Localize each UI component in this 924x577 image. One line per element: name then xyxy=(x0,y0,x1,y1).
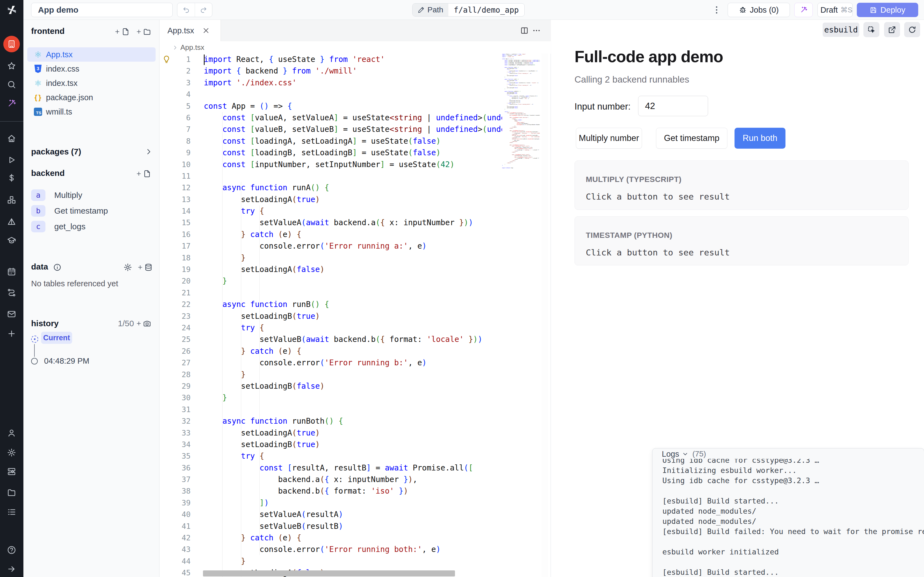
code-line[interactable]: console.error('Error running b:', e) xyxy=(204,357,502,369)
code-line[interactable]: } catch (e) { xyxy=(204,532,502,544)
code-line[interactable]: setValueB(resultB) xyxy=(204,521,502,532)
rail-item-user-icon[interactable] xyxy=(7,428,16,438)
add-snapshot-button[interactable] xyxy=(136,319,151,327)
deploy-button[interactable]: Deploy xyxy=(857,3,918,17)
close-icon[interactable] xyxy=(202,26,210,35)
tab-app-tsx[interactable]: App.tsx xyxy=(160,20,221,41)
file-item-index.css[interactable]: 3index.css xyxy=(27,62,156,76)
add-folder-button[interactable] xyxy=(136,27,151,36)
code-line[interactable]: import './index.css' xyxy=(204,77,502,89)
rail-item-mail-icon[interactable] xyxy=(7,309,16,319)
code-line[interactable]: try { xyxy=(204,450,502,462)
code-line[interactable]: const [inputNumber, setInputNumber] = us… xyxy=(204,159,502,171)
code-line[interactable]: setValueA(await backend.a({ x: inputNumb… xyxy=(204,217,502,229)
code-line[interactable] xyxy=(204,89,502,100)
code-line[interactable]: setValueA(resultA) xyxy=(204,509,502,520)
rail-item-wand-icon[interactable] xyxy=(7,99,16,108)
rail-item-list-icon[interactable] xyxy=(7,507,16,517)
minimap[interactable]: import React, { useState } from 'react'i… xyxy=(502,54,540,208)
code-line[interactable]: const [valueB, setValueB] = useState<str… xyxy=(204,124,502,135)
rail-item-server-gear-icon[interactable] xyxy=(7,467,16,476)
rail-item-boxes-icon[interactable] xyxy=(7,195,16,205)
file-item-index.tsx[interactable]: ⚛index.tsx xyxy=(27,76,156,90)
file-item-App.tsx[interactable]: ⚛App.tsx xyxy=(27,47,156,62)
code-line[interactable]: const [valueA, setValueA] = useState<str… xyxy=(204,112,502,124)
inspect-element-button[interactable] xyxy=(863,22,879,37)
backend-item-Multiply[interactable]: aMultiply xyxy=(27,187,156,203)
app-name-input[interactable] xyxy=(31,3,173,17)
rail-item-graduation-cap-icon[interactable] xyxy=(7,235,16,245)
rail-item-search-icon[interactable] xyxy=(7,80,16,89)
chevron-right-icon[interactable] xyxy=(172,45,178,51)
add-backend-script-button[interactable] xyxy=(136,169,151,178)
packages-row[interactable]: packages (7) xyxy=(23,146,160,159)
get-timestamp-button[interactable]: Get timestamp xyxy=(656,128,727,149)
rail-item-prism-icon[interactable] xyxy=(7,217,16,227)
code-line[interactable]: setLoadingB(true) xyxy=(204,311,502,322)
run-both-button[interactable]: Run both xyxy=(735,128,785,149)
rail-item-arrow-right-icon[interactable] xyxy=(7,564,16,574)
code-line[interactable]: setLoadingA(true) xyxy=(204,194,502,205)
code-line[interactable]: setLoadingA(true) xyxy=(204,427,502,439)
path-pill[interactable]: Path f/all/demo_app xyxy=(412,3,525,16)
code-line[interactable]: ]) xyxy=(204,497,502,509)
code-line[interactable] xyxy=(204,287,502,299)
history-current-pill[interactable]: Current xyxy=(41,332,72,344)
draft-button[interactable]: Draft ⌘S xyxy=(818,3,853,17)
jobs-button[interactable]: Jobs (0) xyxy=(727,3,790,17)
logs-body[interactable]: Using idb cache for csstype@3.2.3 …Initi… xyxy=(652,459,924,577)
file-item-package.json[interactable]: { }package.json xyxy=(27,90,156,105)
rail-item-route-icon[interactable] xyxy=(7,288,16,297)
chevron-down-icon[interactable] xyxy=(682,451,689,457)
code-lines[interactable]: import React, { useState } from 'react'i… xyxy=(204,54,502,577)
code-line[interactable]: setLoadingA(false) xyxy=(204,264,502,275)
redo-button[interactable] xyxy=(195,3,212,17)
code-line[interactable]: async function runBoth() { xyxy=(204,416,502,427)
rail-item-building-icon[interactable] xyxy=(3,36,20,52)
code-line[interactable]: } catch (e) { xyxy=(204,229,502,240)
code-line[interactable]: console.error('Error running a:', e) xyxy=(204,240,502,252)
code-line[interactable] xyxy=(204,171,502,182)
backend-item-Get timestamp[interactable]: bGet timestamp xyxy=(27,203,156,219)
code-line[interactable]: try { xyxy=(204,322,502,334)
code-line[interactable]: } catch (e) { xyxy=(204,345,502,357)
code-line[interactable]: const [loadingA, setLoadingA] = useState… xyxy=(204,135,502,147)
rail-item-folder-icon[interactable] xyxy=(7,488,16,497)
multiply-number-button[interactable]: Multiply number xyxy=(576,128,642,149)
rail-item-help-icon[interactable] xyxy=(7,545,16,555)
vertical-scrollbar[interactable] xyxy=(542,54,548,577)
code-line[interactable]: async function runA() { xyxy=(204,182,502,193)
code-line[interactable]: } xyxy=(204,252,502,264)
code-line[interactable]: } xyxy=(204,275,502,287)
history-snapshot-time[interactable]: 04:48:29 PM xyxy=(44,356,89,366)
code-line[interactable]: console.error('Error running both:', e) xyxy=(204,544,502,555)
rail-item-dollar-icon[interactable] xyxy=(7,173,16,182)
code-line[interactable]: const [loadingB, setLoadingB] = useState… xyxy=(204,147,502,159)
code-line[interactable]: backend.a({ x: inputNumber }), xyxy=(204,474,502,485)
rail-item-home-icon[interactable] xyxy=(7,134,16,143)
horizontal-scrollbar-thumb[interactable] xyxy=(203,571,455,577)
code-line[interactable]: const [resultA, resultB] = await Promise… xyxy=(204,462,502,474)
code-line[interactable]: import { backend } from './wmill' xyxy=(204,65,502,77)
code-line[interactable]: import React, { useState } from 'react' xyxy=(204,54,502,65)
code-line[interactable]: } xyxy=(204,369,502,380)
windmill-logo-icon[interactable] xyxy=(0,0,23,20)
open-external-button[interactable] xyxy=(884,22,900,37)
rail-item-plus-icon[interactable] xyxy=(7,329,16,338)
input-number-field[interactable] xyxy=(638,96,708,116)
split-editor-icon[interactable] xyxy=(520,26,529,35)
code-viewport[interactable]: 1234567891011121314151617181920212223242… xyxy=(160,54,502,577)
data-settings-gear-icon[interactable] xyxy=(123,263,132,272)
code-line[interactable]: async function runB() { xyxy=(204,299,502,310)
code-line[interactable]: } xyxy=(204,556,502,567)
code-line[interactable]: try { xyxy=(204,205,502,217)
backend-item-get_logs[interactable]: cget_logs xyxy=(27,219,156,234)
code-line[interactable]: setLoadingB(false) xyxy=(204,380,502,392)
add-table-button[interactable] xyxy=(137,263,153,271)
file-item-wmill.ts[interactable]: TSwmill.ts xyxy=(27,105,156,119)
logs-header[interactable]: Logs (75) xyxy=(652,448,924,459)
rail-item-play-icon[interactable] xyxy=(7,155,16,164)
code-line[interactable]: setValueB(await backend.b({ format: 'loc… xyxy=(204,334,502,345)
code-line[interactable]: setLoadingB(true) xyxy=(204,439,502,450)
refresh-preview-button[interactable] xyxy=(904,22,920,37)
